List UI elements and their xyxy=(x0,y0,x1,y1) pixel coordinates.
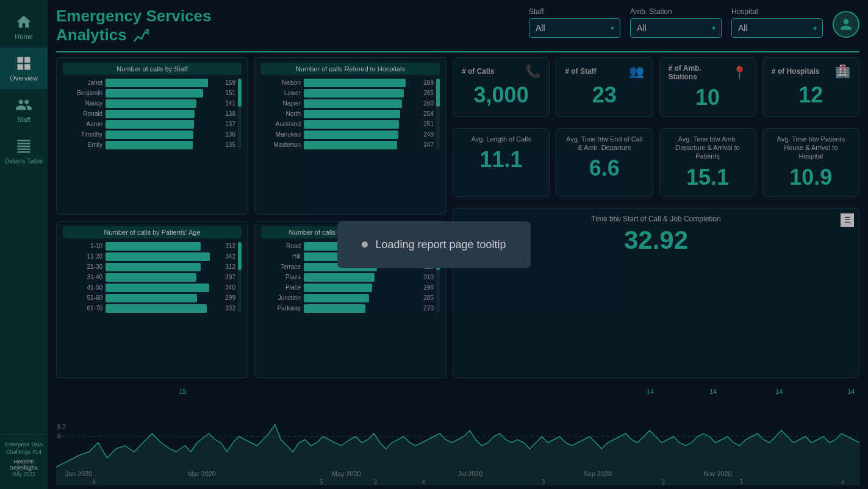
tooltip-dot xyxy=(362,241,368,248)
tooltip-text: Loading report page tooltip xyxy=(375,238,506,251)
tooltip-box: Loading report page tooltip xyxy=(337,221,530,268)
tooltip-overlay: Loading report page tooltip xyxy=(0,0,868,489)
